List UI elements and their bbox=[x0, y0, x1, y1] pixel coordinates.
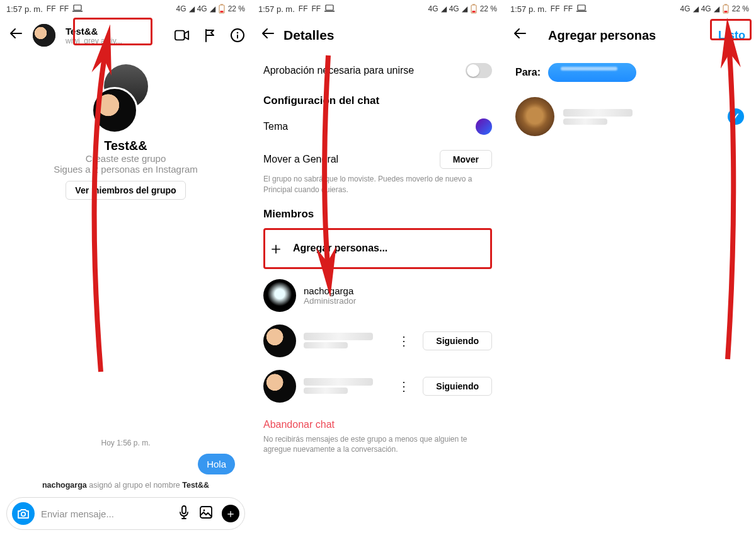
svg-rect-19 bbox=[576, 11, 587, 12]
leave-chat-link[interactable]: Abandonar chat bbox=[263, 409, 492, 434]
move-row: Mover a General Mover bbox=[263, 142, 492, 176]
to-row: Para: bbox=[504, 53, 755, 92]
back-button[interactable] bbox=[258, 26, 278, 45]
laptop-icon bbox=[576, 4, 587, 14]
gallery-icon[interactable] bbox=[199, 505, 213, 522]
composer-input[interactable]: Enviar mensaje... bbox=[41, 508, 171, 519]
message-composer[interactable]: Enviar mensaje... ＋ bbox=[6, 497, 245, 530]
signal-icon-1: ◢ bbox=[693, 4, 699, 13]
member-row-admin[interactable]: nachogarga Administrador bbox=[263, 273, 492, 318]
add-people-row[interactable]: ＋ Agregar personas... bbox=[263, 228, 492, 269]
status-net-2: 4G bbox=[197, 4, 207, 13]
svg-point-12 bbox=[203, 510, 205, 512]
status-ff-1: FF bbox=[551, 4, 560, 13]
info-icon[interactable] bbox=[230, 28, 245, 43]
view-members-button[interactable]: Ver miembros del grupo bbox=[66, 181, 185, 200]
status-battery-pct: 22 % bbox=[228, 4, 245, 13]
blurred-name bbox=[563, 109, 633, 117]
theme-color-icon[interactable] bbox=[476, 118, 492, 135]
svg-rect-17 bbox=[472, 11, 475, 13]
member-role: Administrador bbox=[304, 296, 492, 306]
add-people-label: Agregar personas... bbox=[293, 243, 387, 254]
chat-body: Test&& Creaste este grupo Sigues a 2 per… bbox=[0, 53, 251, 497]
back-button[interactable] bbox=[6, 26, 26, 45]
svg-rect-16 bbox=[472, 4, 475, 6]
svg-rect-0 bbox=[74, 5, 81, 10]
svg-rect-21 bbox=[724, 4, 727, 6]
message-row: Hola bbox=[198, 454, 239, 481]
status-net-1: 4G bbox=[680, 4, 690, 13]
member-name: nachogarga bbox=[304, 285, 492, 296]
battery-icon bbox=[722, 4, 730, 14]
svg-point-9 bbox=[21, 512, 25, 516]
done-button[interactable]: Listo bbox=[714, 28, 749, 43]
svg-rect-13 bbox=[326, 5, 333, 10]
move-button[interactable]: Mover bbox=[440, 150, 492, 169]
message-bubble[interactable]: Hola bbox=[198, 454, 235, 474]
status-time: 1:57 p. m. bbox=[510, 4, 547, 14]
svg-rect-3 bbox=[220, 4, 223, 6]
member-avatar bbox=[263, 279, 296, 312]
status-bar: 1:57 p. m. FF FF 4G ◢ 4G ◢ 22 % bbox=[0, 0, 251, 18]
svg-rect-10 bbox=[182, 506, 186, 514]
following-button[interactable]: Siguiendo bbox=[423, 377, 492, 396]
following-button[interactable]: Siguiendo bbox=[423, 331, 492, 350]
battery-icon bbox=[470, 4, 478, 14]
status-ff-1: FF bbox=[47, 4, 56, 13]
selected-check-icon[interactable]: ✓ bbox=[728, 108, 744, 125]
mic-icon[interactable] bbox=[178, 505, 190, 522]
member-options-icon[interactable]: ⋮ bbox=[392, 333, 415, 348]
svg-point-7 bbox=[237, 32, 239, 34]
suggestion-avatar bbox=[515, 97, 554, 136]
member-row-2[interactable]: ⋮ Siguiendo bbox=[263, 318, 492, 364]
details-title: Detalles bbox=[284, 28, 335, 43]
member-avatar bbox=[263, 370, 296, 403]
group-created-line: Creaste este grupo bbox=[86, 153, 166, 164]
chat-title-block[interactable]: Test&& wiwi_grey activ... bbox=[62, 25, 126, 47]
video-icon[interactable] bbox=[175, 28, 190, 43]
flag-icon[interactable] bbox=[202, 28, 217, 43]
chat-header: Test&& wiwi_grey activ... bbox=[0, 18, 251, 53]
member-row-3[interactable]: ⋮ Siguiendo bbox=[263, 364, 492, 409]
group-follow-line: Sigues a 2 personas en Instagram bbox=[54, 164, 197, 175]
status-ff-2: FF bbox=[311, 4, 321, 13]
theme-row[interactable]: Tema bbox=[263, 111, 492, 142]
signal-icon-2: ◢ bbox=[714, 4, 719, 13]
more-button[interactable]: ＋ bbox=[222, 505, 239, 522]
suggestion-row[interactable]: ✓ bbox=[515, 92, 744, 141]
status-battery-pct: 22 % bbox=[732, 4, 749, 13]
group-name: Test&& bbox=[104, 139, 147, 153]
blurred-name bbox=[304, 378, 373, 386]
status-time: 1:57 p. m. bbox=[258, 4, 295, 14]
signal-icon-2: ◢ bbox=[462, 4, 467, 13]
chat-action-icons bbox=[175, 28, 245, 43]
back-button[interactable] bbox=[510, 26, 530, 45]
laptop-icon bbox=[324, 4, 335, 14]
chat-timestamp: Hoy 1:56 p. m. bbox=[101, 439, 150, 447]
camera-button[interactable] bbox=[12, 502, 35, 525]
member-options-icon[interactable]: ⋮ bbox=[392, 379, 415, 394]
system-message: nachogarga asignó al grupo el nombre Tes… bbox=[42, 481, 209, 490]
approval-row[interactable]: Aprobación necesaria para unirse bbox=[263, 55, 492, 86]
leave-hint: No recibirás mensajes de este grupo a me… bbox=[263, 434, 492, 462]
members-heading: Miembros bbox=[263, 199, 492, 224]
status-net-1: 4G bbox=[428, 4, 438, 13]
details-body: Aprobación necesaria para unirse Configu… bbox=[252, 53, 503, 540]
suggestions-list: ✓ bbox=[504, 92, 755, 141]
member-avatar bbox=[263, 325, 296, 357]
chat-avatar[interactable] bbox=[33, 24, 55, 47]
status-ff-1: FF bbox=[299, 4, 308, 13]
status-ff-2: FF bbox=[563, 4, 573, 13]
blurred-username bbox=[304, 342, 348, 348]
phone-3-add-people: 1:57 p. m. FF FF 4G◢ 4G◢ 22 % Agregar pe… bbox=[504, 0, 756, 540]
group-avatar[interactable] bbox=[91, 64, 161, 134]
details-header: Detalles bbox=[252, 18, 503, 53]
status-net-2: 4G bbox=[449, 4, 459, 13]
svg-rect-22 bbox=[724, 11, 727, 13]
add-people-title: Agregar personas bbox=[548, 28, 656, 43]
selected-contact-chip[interactable] bbox=[548, 63, 636, 82]
status-time: 1:57 p. m. bbox=[6, 4, 43, 14]
approval-toggle[interactable] bbox=[466, 63, 492, 78]
signal-icon-1: ◢ bbox=[189, 4, 195, 13]
svg-rect-14 bbox=[324, 11, 335, 12]
